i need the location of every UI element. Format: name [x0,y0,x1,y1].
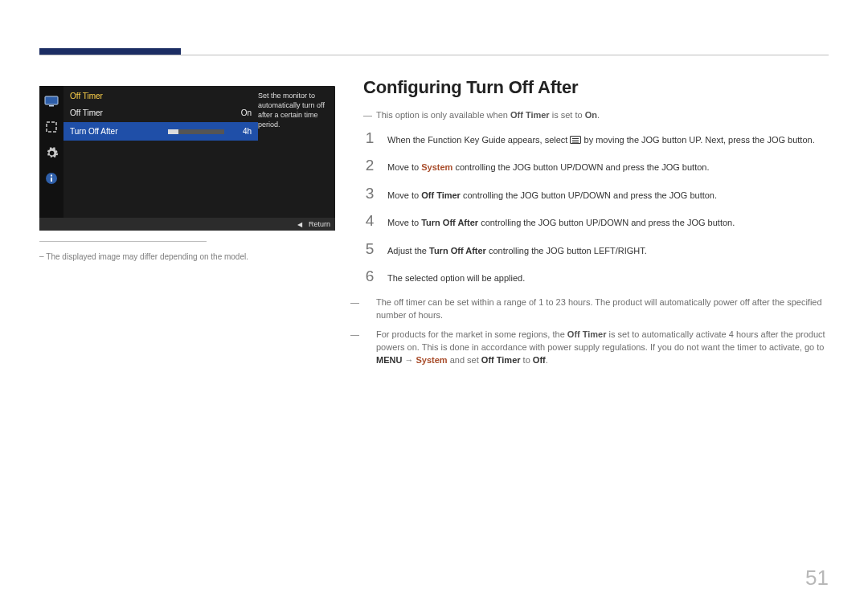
manual-page: Off Timer Off Timer On Turn Off After 4h… [0,0,868,613]
monitor-icon [43,92,60,110]
dash-icon: ― [363,329,376,341]
dash-icon: ― [363,109,376,122]
gear-icon [43,144,60,161]
step-number: 5 [363,241,376,256]
intro-note: ―This option is only available when Off … [363,109,829,122]
osd-menu-row[interactable]: Off Timer On [63,104,258,122]
osd-footnote: The displayed image may differ depending… [39,251,248,261]
step-text: When the Function Key Guide appears, sel… [387,130,815,147]
footnotes: ―The off timer can be set within a range… [363,296,829,367]
step-number: 1 [363,130,376,145]
footnote: ―For products for the market in some reg… [363,329,829,367]
frame-icon [43,118,60,136]
step-item: 2 Move to System controlling the JOG but… [363,157,829,174]
menu-icon [570,136,581,144]
osd-slider-fill [168,129,178,134]
step-text: The selected option will be applied. [387,268,525,285]
osd-menu-list: Off Timer Off Timer On Turn Off After 4h [63,86,258,231]
dash-icon: ― [363,296,376,309]
step-number: 3 [363,186,376,201]
svg-rect-2 [47,122,56,132]
osd-slider[interactable] [168,129,224,134]
step-text: Move to Off Timer controlling the JOG bu… [387,186,717,202]
step-number: 6 [363,268,376,284]
header-accent-bar [39,48,181,55]
osd-menu-title: Off Timer [63,86,258,104]
footnote: ―The off timer can be set within a range… [363,296,829,322]
step-text: Adjust the Turn Off After controlling th… [387,241,647,258]
page-title: Configuring Turn Off After [363,77,829,98]
osd-row-label: Turn Off After [70,127,168,136]
step-item: 5 Adjust the Turn Off After controlling … [363,241,829,258]
steps-list: 1 When the Function Key Guide appears, s… [363,130,829,285]
arrow-icon: → [402,355,416,365]
osd-panel: Off Timer Off Timer On Turn Off After 4h… [39,86,335,231]
divider [39,241,207,242]
step-item: 6 The selected option will be applied. [363,268,829,285]
osd-menu-row-selected[interactable]: Turn Off After 4h [63,122,258,141]
osd-row-label: Off Timer [70,108,231,117]
osd-help-text: Set the monitor to automatically turn of… [258,91,332,139]
osd-return-label[interactable]: Return [309,220,330,228]
osd-bottom-bar: ◀ Return [39,218,335,231]
svg-rect-1 [49,105,54,107]
step-item: 1 When the Function Key Guide appears, s… [363,130,829,147]
step-item: 4 Move to Turn Off After controlling the… [363,213,829,230]
osd-sidebar [39,86,63,231]
osd-row-value: 4h [231,127,252,136]
header-rule [39,55,829,55]
step-item: 3 Move to Off Timer controlling the JOG … [363,186,829,202]
step-text: Move to System controlling the JOG butto… [387,157,709,174]
step-number: 4 [363,213,376,228]
osd-row-value: On [231,108,252,117]
back-triangle-icon: ◀ [297,221,302,228]
step-text: Move to Turn Off After controlling the J… [387,213,735,230]
page-number: 51 [805,566,829,591]
svg-rect-5 [51,175,52,177]
svg-rect-4 [51,178,52,182]
step-number: 2 [363,157,376,173]
svg-rect-0 [45,96,58,104]
info-icon [43,170,60,187]
content-column: Configuring Turn Off After ―This option … [363,77,829,374]
